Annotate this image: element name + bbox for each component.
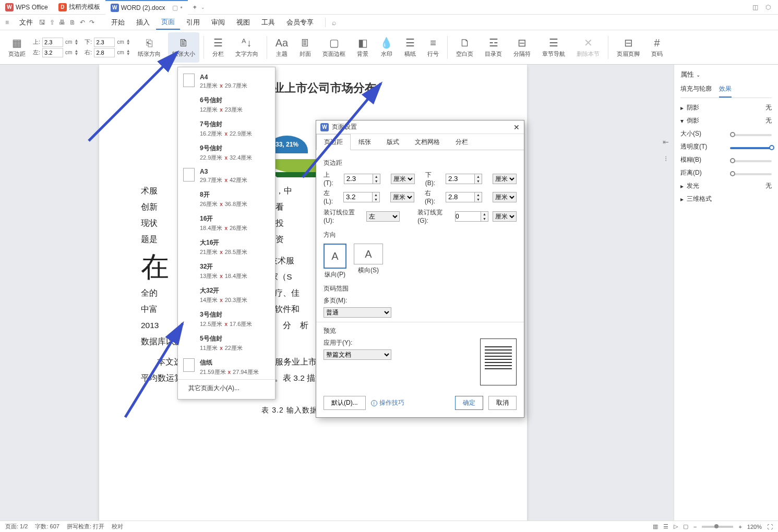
spin-buttons[interactable]: ▲▼	[475, 192, 482, 202]
props-tab-fill[interactable]: 填充与轮廓	[680, 84, 712, 98]
ribbon-paper-size[interactable]: 🗎 纸张大小	[168, 32, 199, 63]
status-spell[interactable]: 拼写检查: 打开	[67, 523, 104, 530]
spin-buttons[interactable]: ▲▼	[126, 50, 130, 56]
spin-buttons[interactable]: ▲▼	[373, 192, 380, 202]
default-button[interactable]: 默认(D)...	[324, 396, 366, 410]
orientation-portrait[interactable]: A 纵向(P)	[324, 244, 346, 279]
orientation-landscape[interactable]: A 横向(S)	[354, 244, 383, 279]
paper-more-sizes[interactable]: 其它页面大小(A)...	[178, 379, 275, 396]
tab-paper[interactable]: 纸张	[351, 134, 379, 150]
paper-size-option[interactable]: 3号信封12.5厘米x17.6厘米	[178, 307, 275, 331]
menu-start[interactable]: 开始	[106, 16, 130, 29]
tab-layout[interactable]: 版式	[379, 134, 407, 150]
menu-insert[interactable]: 插入	[131, 16, 155, 29]
ps-bottom-unit[interactable]: 厘米	[493, 174, 517, 184]
shadow-none-btn[interactable]: 无	[765, 103, 772, 112]
layout-icon[interactable]: ◫	[752, 4, 758, 11]
zoom-in-icon[interactable]: +	[738, 524, 741, 530]
print-icon[interactable]: 🖶	[59, 19, 65, 26]
paper-size-option[interactable]: 8开26厘米x36.8厘米	[178, 187, 275, 211]
operation-tips-link[interactable]: i操作技巧	[371, 398, 404, 407]
menu-tools[interactable]: 工具	[256, 16, 280, 29]
status-proof[interactable]: 校对	[112, 523, 123, 530]
chevron-down-icon[interactable]: ⌄	[201, 5, 205, 10]
ribbon-watermark[interactable]: 💧水印	[376, 32, 397, 63]
menu-view[interactable]: 视图	[231, 16, 255, 29]
paper-size-option[interactable]: 大16开21厘米x28.5厘米	[178, 235, 275, 259]
view-icon[interactable]: ▥	[653, 523, 658, 530]
multi-page-select[interactable]: 普通	[324, 307, 391, 318]
ribbon-delete-section[interactable]: ✕删除本节	[572, 32, 604, 63]
paper-size-option[interactable]: A421厘米x29.7厘米	[178, 70, 275, 93]
binding-width-input[interactable]	[455, 211, 481, 222]
paper-size-option[interactable]: 6号信封12厘米x23厘米	[178, 93, 275, 117]
spin-buttons[interactable]: ▲▼	[373, 174, 380, 184]
status-page[interactable]: 页面: 1/2	[5, 523, 28, 530]
ribbon-line-number[interactable]: ≡行号	[423, 32, 443, 63]
paper-size-option[interactable]: 7号信封16.2厘米x22.9厘米	[178, 117, 275, 141]
menu-page[interactable]: 页面	[156, 15, 180, 30]
tab-columns[interactable]: 分栏	[448, 134, 476, 150]
chevron-down-icon[interactable]: ⌄	[696, 72, 700, 78]
margin-bottom-input[interactable]	[94, 38, 115, 47]
save-icon[interactable]: 🖫	[39, 19, 45, 26]
undo-icon[interactable]: ↶	[80, 19, 85, 26]
zoom-out-icon[interactable]: −	[693, 524, 697, 530]
tab-margins[interactable]: 页边距	[316, 134, 351, 150]
props-tab-effect[interactable]: 效果	[719, 84, 732, 98]
ribbon-lined-paper[interactable]: ☰稿纸	[400, 32, 420, 63]
tab-templates[interactable]: D 找稻壳模板	[53, 0, 105, 15]
ribbon-margins[interactable]: ▦ 页边距	[4, 32, 30, 63]
view-icon[interactable]: ☰	[663, 523, 668, 530]
paper-size-option[interactable]: 信纸21.59厘米x27.94厘米	[178, 355, 275, 379]
ps-right-input[interactable]	[446, 192, 475, 202]
prop-glow-head[interactable]: ▸发光无	[680, 182, 772, 190]
bevel-none-btn[interactable]: 无	[765, 116, 772, 125]
spin-buttons[interactable]: ▲▼	[481, 211, 488, 222]
menu-vip[interactable]: 会员专享	[281, 16, 319, 29]
ps-top-input[interactable]	[344, 174, 373, 184]
ribbon-text-direction[interactable]: ᴬ↓文字方向	[231, 32, 262, 63]
redo-icon[interactable]: ↷	[89, 19, 94, 26]
paper-size-option[interactable]: 5号信封11厘米x22厘米	[178, 331, 275, 355]
ribbon-theme[interactable]: Aa主题	[271, 32, 292, 63]
ribbon-blank-page[interactable]: 🗋空白页	[452, 32, 477, 63]
spin-buttons[interactable]: ▲▼	[475, 174, 482, 184]
view-icon[interactable]: ▢	[683, 523, 688, 530]
print-preview-icon[interactable]: 🗎	[69, 19, 76, 26]
ps-left-input[interactable]	[343, 192, 373, 202]
spin-buttons[interactable]: ▲▼	[74, 39, 78, 45]
paper-size-option[interactable]: A329.7厘米x42厘米	[178, 165, 275, 187]
tab-document[interactable]: W WORD (2).docx ▢ •	[105, 0, 188, 15]
ok-button[interactable]: 确定	[455, 396, 483, 410]
ribbon-page-border[interactable]: ▢页面边框	[318, 32, 350, 63]
margin-right-input[interactable]	[94, 48, 115, 57]
paper-size-option[interactable]: 32开13厘米x18.4厘米	[178, 259, 275, 283]
margin-top-input[interactable]	[42, 38, 63, 47]
ribbon-cover[interactable]: 🗏封面	[295, 32, 315, 63]
menu-review[interactable]: 审阅	[206, 16, 230, 29]
ribbon-page-number[interactable]: #页码	[647, 32, 667, 63]
ribbon-header-footer[interactable]: ⊟页眉页脚	[613, 32, 644, 63]
hamburger-icon[interactable]: ≡	[5, 19, 9, 26]
binding-pos-select[interactable]: 左	[366, 211, 399, 222]
paper-size-option[interactable]: 大32开14厘米x20.3厘米	[178, 283, 275, 307]
strip-expand-icon[interactable]: ⇤	[663, 138, 669, 146]
strip-dots-icon[interactable]: ⁝	[665, 154, 667, 163]
paper-size-option[interactable]: 9号信封22.9厘米x32.4厘米	[178, 141, 275, 165]
binding-width-unit[interactable]: 厘米	[493, 211, 517, 222]
prop-shadow-head[interactable]: ▸阴影无	[680, 103, 772, 112]
prop-bevel-head[interactable]: ▾倒影无	[680, 116, 772, 125]
ps-right-unit[interactable]: 厘米	[493, 192, 517, 202]
menu-file[interactable]: 文件	[14, 16, 38, 29]
ps-left-unit[interactable]: 厘米	[390, 192, 414, 202]
ribbon-separator[interactable]: ⊟分隔符	[509, 32, 535, 63]
close-icon[interactable]: ✕	[513, 123, 520, 131]
ribbon-columns[interactable]: ☰分栏	[208, 32, 228, 63]
apply-to-select[interactable]: 整篇文档	[324, 349, 391, 360]
tab-grid[interactable]: 文档网格	[407, 134, 448, 150]
tab-view-mode-icon[interactable]: ▢	[172, 4, 178, 11]
glow-none-btn[interactable]: 无	[765, 182, 772, 190]
ribbon-chapter-nav[interactable]: ☰章节导航	[538, 32, 569, 63]
ribbon-background[interactable]: ◧背景	[353, 32, 373, 63]
